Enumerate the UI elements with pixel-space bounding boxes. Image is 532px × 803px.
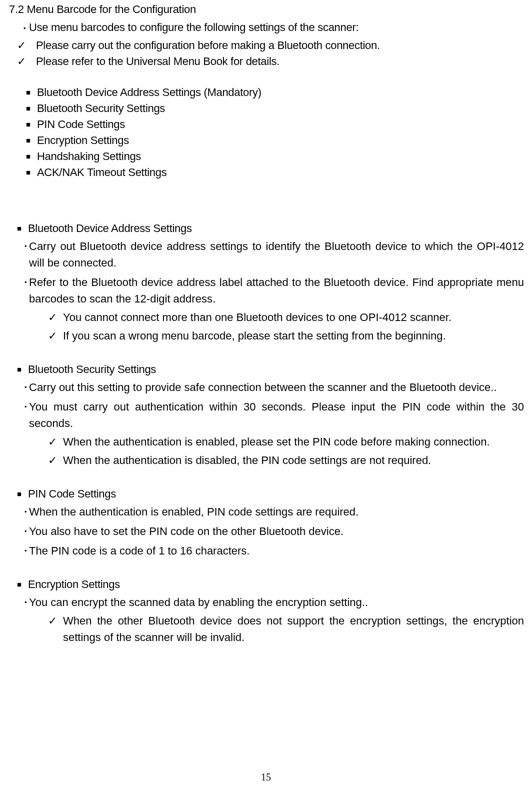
- body-bullet: ・ Carry out this setting to provide safe…: [8, 379, 524, 396]
- sub-check: ✓ When the other Bluetooth device does n…: [8, 612, 524, 646]
- square-bullet-icon: ■: [26, 102, 37, 115]
- bullet-dot-icon: ・: [20, 379, 29, 396]
- square-bullet-icon: ■: [26, 150, 37, 163]
- check-icon: ✓: [48, 452, 63, 468]
- body-text: Carry out this setting to provide safe c…: [29, 379, 524, 396]
- toc-item: ■ Bluetooth Device Address Settings (Man…: [8, 86, 524, 99]
- sub-check: ✓ When the authentication is disabled, t…: [8, 452, 524, 468]
- toc-item-text: PIN Code Settings: [37, 118, 125, 131]
- body-text: Carry out Bluetooth device address setti…: [29, 238, 524, 271]
- body-bullet: ・ Carry out Bluetooth device address set…: [8, 238, 524, 271]
- intro-check-text: Please refer to the Universal Menu Book …: [36, 55, 280, 68]
- toc-item: ■ PIN Code Settings: [8, 118, 524, 131]
- intro-bullet-text: Use menu barcodes to configure the follo…: [29, 21, 358, 34]
- bullet-dot-icon: ・: [20, 274, 29, 290]
- check-icon: ✓: [48, 434, 63, 450]
- check-icon: ✓: [17, 55, 36, 68]
- toc-item-text: Encryption Settings: [37, 134, 129, 147]
- bullet-dot-icon: ・: [20, 504, 29, 520]
- body-text: When the authentication is enabled, PIN …: [29, 504, 524, 520]
- sub-check: ✓ When the authentication is enabled, pl…: [8, 434, 524, 450]
- body-text: You also have to set the PIN code on the…: [29, 523, 524, 540]
- body-text: The PIN code is a code of 1 to 16 charac…: [29, 542, 524, 559]
- square-bullet-icon: ■: [17, 488, 28, 500]
- subsection-title: PIN Code Settings: [28, 488, 116, 500]
- intro-check-0: ✓ Please carry out the configuration bef…: [8, 39, 524, 52]
- toc-item: ■ Encryption Settings: [8, 134, 524, 147]
- subsection-title: Encryption Settings: [28, 578, 120, 591]
- square-bullet-icon: ■: [17, 578, 28, 591]
- toc-item-text: Bluetooth Security Settings: [37, 102, 165, 115]
- bullet-dot-icon: ・: [20, 594, 29, 610]
- sub-check-text: You cannot connect more than one Bluetoo…: [63, 309, 452, 326]
- square-bullet-icon: ■: [26, 166, 37, 179]
- body-text: You must carry out authentication within…: [29, 398, 524, 432]
- body-text: You can encrypt the scanned data by enab…: [29, 594, 524, 610]
- bullet-dot-icon: ・: [20, 398, 29, 415]
- section-title: 7.2 Menu Barcode for the Configuration: [8, 0, 524, 16]
- check-icon: ✓: [48, 309, 63, 326]
- page-number: 15: [0, 772, 532, 783]
- square-bullet-icon: ■: [26, 134, 37, 147]
- body-bullet: ・ You also have to set the PIN code on t…: [8, 523, 524, 540]
- sub-check: ✓ If you scan a wrong menu barcode, plea…: [8, 328, 524, 344]
- body-bullet: ・ You must carry out authentication with…: [8, 398, 524, 432]
- toc-item: ■ ACK/NAK Timeout Settings: [8, 166, 524, 179]
- toc-item-text: ACK/NAK Timeout Settings: [37, 166, 166, 179]
- body-bullet: ・ The PIN code is a code of 1 to 16 char…: [8, 542, 524, 559]
- square-bullet-icon: ■: [17, 363, 28, 376]
- sub-check-text: When the authentication is disabled, the…: [63, 452, 431, 468]
- square-bullet-icon: ■: [17, 222, 28, 235]
- subsection-heading-pin: ■ PIN Code Settings: [8, 488, 524, 500]
- intro-check-text: Please carry out the configuration befor…: [36, 39, 380, 52]
- toc-item: ■ Handshaking Settings: [8, 150, 524, 163]
- subsection-heading-enc: ■ Encryption Settings: [8, 578, 524, 591]
- intro-check-1: ✓ Please refer to the Universal Menu Boo…: [8, 55, 524, 68]
- bullet-dot-icon: ・: [20, 523, 29, 540]
- body-text: Refer to the Bluetooth device address la…: [29, 274, 524, 307]
- subsection-title: Bluetooth Device Address Settings: [28, 222, 192, 235]
- check-icon: ✓: [17, 39, 36, 52]
- check-icon: ✓: [48, 612, 63, 629]
- body-bullet: ・ When the authentication is enabled, PI…: [8, 504, 524, 520]
- body-bullet: ・ You can encrypt the scanned data by en…: [8, 594, 524, 610]
- bullet-dot-icon: ・: [19, 21, 29, 36]
- bullet-dot-icon: ・: [20, 238, 29, 254]
- square-bullet-icon: ■: [26, 118, 37, 131]
- intro-bullet: ・ Use menu barcodes to configure the fol…: [8, 21, 524, 36]
- toc-item: ■ Bluetooth Security Settings: [8, 102, 524, 115]
- check-icon: ✓: [48, 328, 63, 344]
- body-bullet: ・ Refer to the Bluetooth device address …: [8, 274, 524, 307]
- toc-item-text: Handshaking Settings: [37, 150, 141, 163]
- subsection-heading-bss: ■ Bluetooth Security Settings: [8, 363, 524, 376]
- bullet-dot-icon: ・: [20, 542, 29, 559]
- subsection-heading-bdas: ■ Bluetooth Device Address Settings: [8, 222, 524, 235]
- toc-item-text: Bluetooth Device Address Settings (Manda…: [37, 86, 262, 99]
- sub-check-text: When the other Bluetooth device does not…: [63, 612, 524, 646]
- square-bullet-icon: ■: [26, 86, 37, 99]
- sub-check: ✓ You cannot connect more than one Bluet…: [8, 309, 524, 326]
- sub-check-text: When the authentication is enabled, plea…: [63, 434, 490, 450]
- subsection-title: Bluetooth Security Settings: [28, 363, 156, 376]
- sub-check-text: If you scan a wrong menu barcode, please…: [63, 328, 446, 344]
